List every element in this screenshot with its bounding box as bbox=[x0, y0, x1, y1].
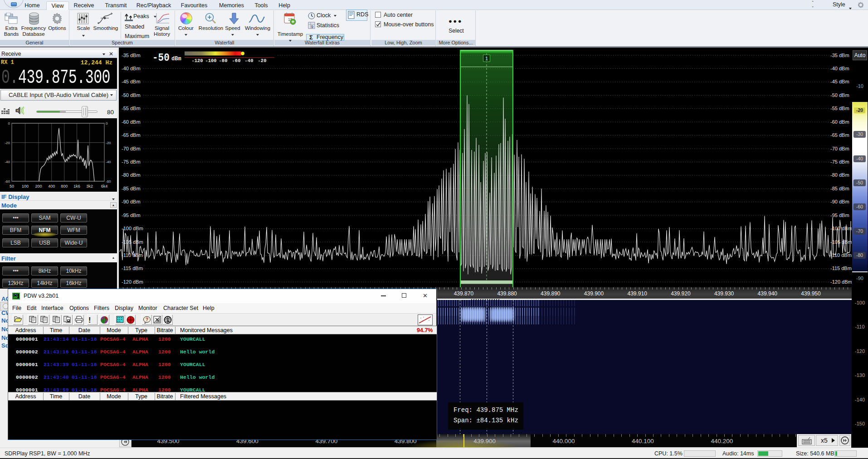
svg-text:-70 dBm: -70 dBm bbox=[830, 146, 849, 151]
svg-text:-105 dBm: -105 dBm bbox=[830, 239, 852, 245]
svg-text:-100 dBm: -100 dBm bbox=[830, 226, 852, 231]
svg-text:-90 dBm: -90 dBm bbox=[122, 199, 141, 204]
svg-text:-120: -120 bbox=[191, 58, 203, 63]
svg-text:-95 dBm: -95 dBm bbox=[830, 213, 849, 218]
svg-text:dBm: dBm bbox=[171, 56, 181, 62]
svg-text:-120 dBm: -120 dBm bbox=[122, 279, 143, 285]
svg-text:-55 dBm: -55 dBm bbox=[830, 106, 849, 111]
svg-text:-40: -40 bbox=[245, 58, 254, 63]
svg-text:-115 dBm: -115 dBm bbox=[830, 266, 852, 271]
svg-text:-60 dBm: -60 dBm bbox=[122, 119, 141, 125]
svg-text:-110 dBm: -110 dBm bbox=[122, 252, 143, 258]
svg-text:-50 dBm: -50 dBm bbox=[830, 92, 849, 98]
svg-text:-120 dBm: -120 dBm bbox=[830, 279, 852, 285]
svg-text:-50: -50 bbox=[152, 52, 170, 64]
svg-text:-75 dBm: -75 dBm bbox=[122, 159, 141, 164]
svg-text:-55 dBm: -55 dBm bbox=[122, 106, 141, 111]
svg-text:-90 dBm: -90 dBm bbox=[830, 199, 849, 204]
svg-text:-65 dBm: -65 dBm bbox=[830, 132, 849, 138]
svg-text:-80: -80 bbox=[219, 58, 228, 63]
svg-text:-35 dBm: -35 dBm bbox=[122, 53, 141, 58]
svg-text:-115 dBm: -115 dBm bbox=[122, 266, 143, 271]
svg-text:-65 dBm: -65 dBm bbox=[122, 132, 141, 138]
svg-text:-85 dBm: -85 dBm bbox=[830, 186, 849, 191]
svg-text:-40 dBm: -40 dBm bbox=[830, 66, 849, 71]
svg-text:-50 dBm: -50 dBm bbox=[122, 92, 141, 98]
svg-text:-60: -60 bbox=[232, 58, 241, 63]
svg-text:-75 dBm: -75 dBm bbox=[830, 159, 849, 164]
svg-text:-40 dBm: -40 dBm bbox=[122, 66, 141, 71]
svg-text:-105 dBm: -105 dBm bbox=[122, 239, 143, 245]
svg-text:-85 dBm: -85 dBm bbox=[122, 186, 141, 191]
svg-text:-45 dBm: -45 dBm bbox=[830, 79, 849, 84]
svg-text:-80 dBm: -80 dBm bbox=[830, 172, 849, 178]
svg-text:?: ? bbox=[146, 317, 148, 322]
svg-text:-100 dBm: -100 dBm bbox=[122, 226, 143, 231]
svg-text:-80 dBm: -80 dBm bbox=[122, 172, 141, 178]
svg-text:-35 dBm: -35 dBm bbox=[830, 53, 849, 58]
svg-text:-60 dBm: -60 dBm bbox=[830, 119, 849, 125]
svg-text:-20: -20 bbox=[258, 58, 267, 63]
svg-text:-100: -100 bbox=[205, 58, 216, 63]
svg-text:-70 dBm: -70 dBm bbox=[122, 146, 141, 151]
svg-text:-110 dBm: -110 dBm bbox=[830, 252, 852, 258]
svg-text:1: 1 bbox=[485, 56, 488, 61]
svg-text:-45 dBm: -45 dBm bbox=[122, 79, 141, 84]
svg-text:-95 dBm: -95 dBm bbox=[122, 213, 141, 218]
